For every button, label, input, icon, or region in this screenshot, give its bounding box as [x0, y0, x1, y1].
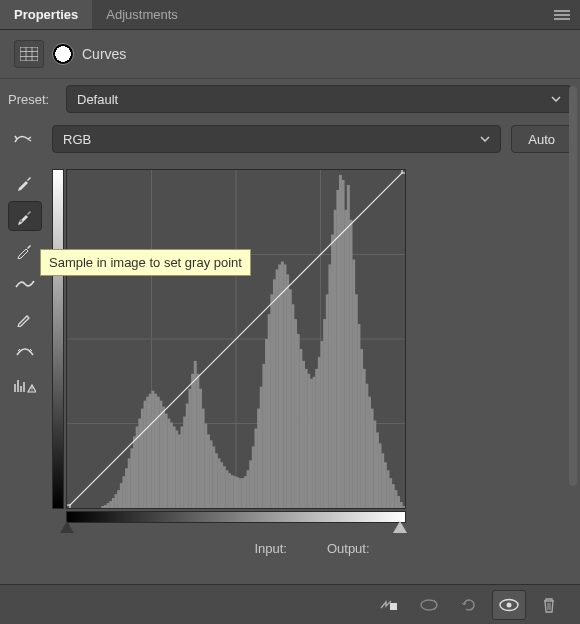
svg-rect-105: [318, 357, 321, 508]
svg-rect-95: [291, 304, 294, 508]
svg-rect-129: [381, 453, 384, 508]
curves-type-icon[interactable]: [14, 40, 44, 68]
visibility-eye-icon[interactable]: [492, 590, 526, 620]
svg-rect-126: [373, 421, 376, 508]
svg-rect-97: [297, 334, 300, 508]
svg-rect-137: [402, 506, 405, 508]
chevron-down-icon: [480, 136, 490, 142]
svg-rect-72: [231, 475, 234, 508]
svg-rect-118: [352, 259, 355, 508]
svg-rect-139: [66, 505, 70, 509]
svg-rect-107: [323, 319, 326, 508]
preset-row: Preset: Default: [0, 79, 580, 119]
black-slider[interactable]: [60, 521, 74, 533]
white-slider[interactable]: [393, 521, 407, 533]
svg-rect-106: [321, 341, 324, 508]
histogram-clip-warning[interactable]: [8, 371, 42, 401]
tab-properties[interactable]: Properties: [0, 0, 92, 29]
svg-rect-62: [204, 424, 207, 509]
svg-rect-130: [384, 462, 387, 508]
preset-dropdown[interactable]: Default: [66, 85, 572, 113]
svg-rect-47: [165, 414, 168, 508]
trash-icon[interactable]: [532, 590, 566, 620]
svg-rect-92: [284, 264, 287, 508]
svg-rect-98: [299, 349, 302, 508]
black-point-eyedropper[interactable]: [8, 167, 42, 197]
svg-rect-91: [281, 261, 284, 508]
hand-tool-icon[interactable]: [8, 130, 42, 148]
svg-rect-56: [188, 389, 191, 508]
svg-rect-77: [244, 476, 247, 508]
svg-rect-61: [202, 409, 205, 508]
svg-rect-141: [390, 603, 397, 610]
svg-rect-73: [233, 476, 236, 508]
layer-mask-thumb[interactable]: [52, 43, 74, 65]
tooltip: Sample in image to set gray point: [40, 249, 251, 276]
channel-dropdown[interactable]: RGB: [52, 125, 501, 153]
svg-rect-132: [389, 478, 392, 508]
tab-adjustments[interactable]: Adjustments: [92, 0, 192, 29]
svg-rect-70: [225, 470, 228, 508]
svg-rect-100: [305, 369, 308, 508]
svg-rect-66: [215, 453, 218, 508]
curves-main: Input: Output:: [0, 159, 580, 556]
tool-strip: [8, 163, 44, 556]
svg-rect-96: [294, 319, 297, 508]
svg-rect-60: [199, 389, 202, 508]
svg-rect-24: [104, 505, 107, 508]
svg-rect-55: [186, 404, 189, 508]
smooth-tool[interactable]: [8, 337, 42, 367]
svg-rect-25: [107, 503, 110, 508]
svg-rect-123: [365, 384, 368, 508]
view-previous-icon[interactable]: [412, 590, 446, 620]
white-point-eyedropper[interactable]: [8, 235, 42, 265]
svg-rect-85: [265, 339, 268, 508]
svg-rect-136: [400, 502, 403, 508]
section-title: Curves: [82, 46, 126, 62]
panel-scrollbar[interactable]: [569, 86, 577, 486]
channel-row: RGB Auto: [0, 119, 580, 159]
svg-rect-44: [157, 397, 160, 508]
svg-rect-23: [101, 506, 104, 508]
svg-rect-140: [402, 169, 406, 173]
curves-graph[interactable]: [66, 169, 406, 509]
auto-button[interactable]: Auto: [511, 125, 572, 153]
preset-value: Default: [77, 92, 118, 107]
svg-point-142: [421, 600, 437, 610]
svg-rect-83: [260, 387, 263, 508]
tab-bar: Properties Adjustments: [0, 0, 580, 30]
svg-rect-82: [257, 409, 260, 508]
svg-rect-33: [128, 458, 131, 508]
svg-rect-69: [223, 466, 226, 508]
svg-rect-131: [387, 470, 390, 508]
svg-rect-67: [218, 458, 221, 508]
svg-rect-78: [247, 470, 250, 508]
reset-icon[interactable]: [452, 590, 486, 620]
svg-rect-120: [357, 324, 360, 508]
panel-menu-icon[interactable]: [544, 10, 580, 20]
svg-rect-115: [344, 210, 347, 508]
graph-wrap: Input: Output:: [52, 163, 572, 556]
io-readout: Input: Output:: [52, 541, 572, 556]
svg-rect-87: [270, 294, 273, 508]
svg-rect-51: [175, 430, 178, 508]
horizontal-gradient[interactable]: [66, 511, 406, 523]
properties-header: Curves: [0, 30, 580, 79]
channel-value: RGB: [63, 132, 91, 147]
svg-rect-122: [363, 369, 366, 508]
svg-rect-35: [133, 436, 136, 508]
chevron-down-icon: [551, 96, 561, 102]
input-label: Input:: [254, 541, 287, 556]
svg-rect-76: [241, 478, 244, 508]
svg-rect-109: [328, 264, 331, 508]
pencil-tool[interactable]: [8, 303, 42, 333]
svg-rect-26: [109, 501, 112, 508]
svg-rect-88: [273, 279, 276, 508]
svg-rect-64: [210, 440, 213, 508]
edit-points-tool[interactable]: [8, 269, 42, 299]
svg-rect-135: [397, 496, 400, 508]
svg-rect-124: [368, 397, 371, 508]
svg-rect-48: [167, 419, 170, 508]
gray-point-eyedropper[interactable]: [8, 201, 42, 231]
clip-to-layer-icon[interactable]: [372, 590, 406, 620]
